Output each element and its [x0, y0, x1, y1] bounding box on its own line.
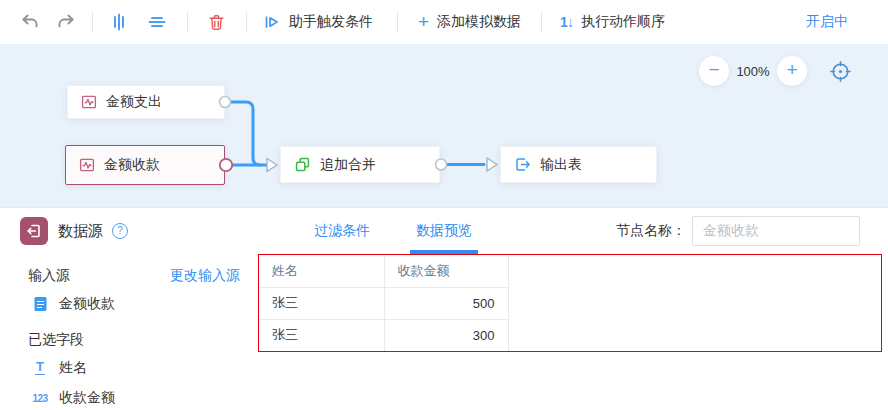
trigger-condition-button[interactable]: 助手触发条件: [263, 10, 373, 34]
node-merge[interactable]: 追加合并: [280, 146, 440, 183]
field-item-text: T 姓名: [28, 358, 87, 378]
field-item-number: 123 收款金额: [28, 388, 115, 408]
cell-amount: 300: [384, 319, 508, 351]
redo-icon[interactable]: [54, 10, 78, 34]
undo-icon[interactable]: [18, 10, 42, 34]
number-field-icon: 123: [28, 393, 52, 404]
sheet-icon: [28, 296, 52, 312]
zoom-level: 100%: [729, 64, 777, 79]
node-name-input[interactable]: [692, 216, 860, 246]
action-order-label: 执行动作顺序: [581, 13, 665, 31]
zoom-controls: − 100% +: [699, 56, 852, 86]
toolbar: 助手触发条件 + 添加模拟数据 1↓ 执行动作顺序 开启中: [0, 0, 888, 44]
toolbar-divider: [541, 12, 542, 32]
align-horizontal-icon[interactable]: [145, 10, 169, 34]
locate-center-icon[interactable]: [829, 60, 852, 83]
node-output[interactable]: 输出表: [500, 146, 657, 183]
output-table-icon: [514, 156, 531, 173]
tab-bar: 过滤条件 数据预览: [308, 208, 478, 254]
status-toggle[interactable]: 开启中: [806, 13, 848, 31]
node-label: 追加合并: [320, 156, 376, 174]
zoom-out-button[interactable]: −: [699, 56, 729, 86]
node-name-group: 节点名称：: [616, 216, 860, 246]
field-name: 姓名: [59, 359, 87, 377]
toolbar-divider: [397, 12, 398, 32]
sort-order-icon: 1↓: [560, 14, 573, 30]
node-label: 金额支出: [106, 93, 162, 111]
field-name: 收款金额: [59, 389, 115, 407]
zoom-in-button[interactable]: +: [777, 56, 807, 86]
node-label: 输出表: [540, 156, 582, 174]
toolbar-divider: [92, 12, 93, 32]
node-income[interactable]: 金额收款: [65, 145, 225, 185]
table-header-row: 姓名 收款金额: [259, 255, 881, 287]
text-field-icon: T: [28, 361, 52, 375]
node-name-label: 节点名称：: [616, 222, 686, 240]
toolbar-divider: [246, 12, 247, 32]
node-expense[interactable]: 金额支出: [67, 85, 225, 119]
config-panel: 数据源 ? 过滤条件 数据预览 节点名称： 输入源 更改输入源: [0, 207, 888, 410]
input-source-row: 输入源 更改输入源: [28, 266, 240, 286]
node-label: 金额收款: [104, 156, 160, 174]
panel-body: 输入源 更改输入源 金额收款 已选字段 T 姓名 123 收款金额: [0, 254, 888, 410]
column-header-amount: 收款金额: [384, 255, 508, 287]
cell-name: 张三: [259, 287, 384, 319]
change-source-link[interactable]: 更改输入源: [170, 267, 240, 285]
table-pulse-icon: [81, 94, 97, 110]
add-mock-data-label: 添加模拟数据: [437, 13, 521, 31]
tab-data-preview[interactable]: 数据预览: [410, 208, 478, 254]
toolbar-divider: [187, 12, 188, 32]
selected-fields-label: 已选字段: [28, 331, 84, 349]
column-header-name: 姓名: [259, 255, 384, 287]
trigger-condition-label: 助手触发条件: [289, 13, 373, 31]
plus-icon: +: [418, 14, 429, 30]
tab-filter-conditions[interactable]: 过滤条件: [308, 208, 376, 254]
table-filler-cell: [508, 255, 881, 351]
flow-editor-window: 助手触发条件 + 添加模拟数据 1↓ 执行动作顺序 开启中 金额支出 金额收款: [0, 0, 888, 410]
panel-title: 数据源: [58, 222, 103, 241]
data-preview-table: 姓名 收款金额 张三 500 张三 300: [258, 254, 882, 352]
add-mock-data-button[interactable]: + 添加模拟数据: [418, 13, 521, 31]
action-order-button[interactable]: 1↓ 执行动作顺序: [560, 13, 665, 31]
source-item: 金额收款: [28, 294, 115, 314]
input-source-label: 输入源: [28, 267, 70, 285]
datasource-group: 数据源 ?: [20, 217, 128, 245]
panel-header: 数据源 ? 过滤条件 数据预览 节点名称：: [0, 208, 888, 254]
delete-node-icon[interactable]: [204, 10, 228, 34]
append-merge-icon: [294, 156, 311, 173]
selected-fields-heading: 已选字段: [28, 330, 84, 350]
align-vertical-icon[interactable]: [107, 10, 131, 34]
cell-amount: 500: [384, 287, 508, 319]
source-name: 金额收款: [59, 295, 115, 313]
datasource-icon: [20, 217, 48, 245]
flow-canvas[interactable]: 金额支出 金额收款 追加合并 输出表: [0, 44, 888, 207]
cell-name: 张三: [259, 319, 384, 351]
table-pulse-icon: [79, 157, 95, 173]
help-icon[interactable]: ?: [112, 223, 128, 239]
play-bar-icon: [263, 10, 281, 34]
